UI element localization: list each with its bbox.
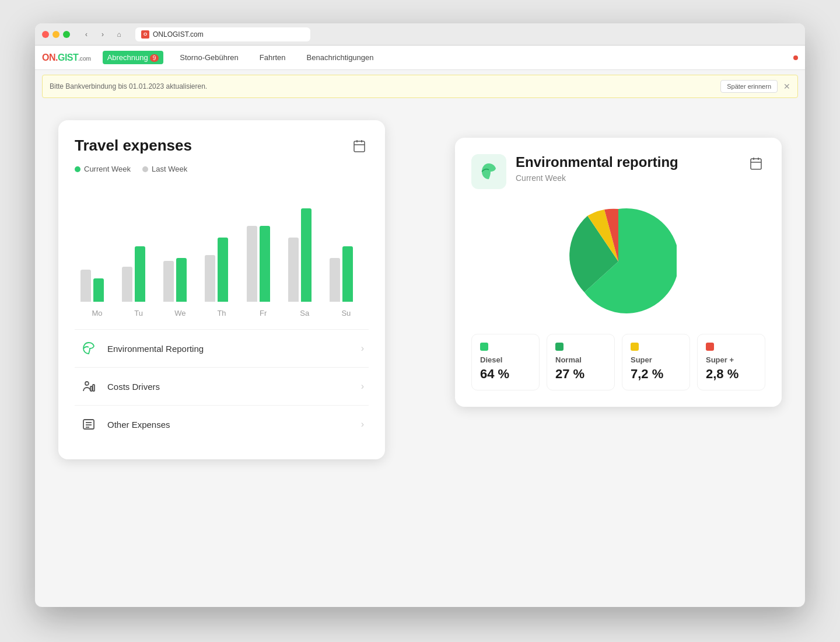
diesel-dot [480,343,488,351]
nav-tab-benachrichtigungen[interactable]: Benachrichtigungen [302,51,379,64]
expenses-icon [79,415,98,434]
menu-item-other-expenses[interactable]: Other Expenses › [75,406,369,443]
env-reporting-card: Environmental reporting Current Week [455,138,782,407]
env-card-subtitle: Current Week [516,173,737,183]
traffic-lights [42,31,70,38]
last-week-label: Last Week [152,165,187,173]
label-mo: Mo [80,309,114,317]
travel-card-title: Travel expenses [75,137,192,155]
close-notification-icon[interactable]: ✕ [783,82,790,91]
chart-labels: Mo Tu We Th Fr Sa Su [75,309,369,317]
svg-rect-5 [90,386,92,391]
fuel-stats: Diesel 64 % Normal 27 % Super 7,2 % Supe… [471,334,765,390]
bar-su-current [342,246,353,302]
logo-com: .com [78,55,90,62]
bar-sa-current [301,208,312,302]
nav-tab-fahrten[interactable]: Fahrten [255,51,290,64]
fuel-stat-normal: Normal 27 % [547,334,615,390]
nav-tab-storno[interactable]: Storno-Gebühren [175,51,243,64]
home-button[interactable]: ⌂ [112,27,126,41]
bar-th-current [218,238,228,302]
legend-current-week: Current Week [75,165,131,173]
label-sa: Sa [288,309,321,317]
menu-item-costs-drivers[interactable]: Costs Drivers › [75,368,369,406]
back-button[interactable]: ‹ [79,27,93,41]
pie-chart [560,203,677,320]
leaf-icon [79,339,98,358]
super-label: Super [631,355,681,364]
main-content: Travel expenses Current Week [35,103,805,607]
last-week-dot [142,166,148,172]
pie-chart-container [471,203,765,320]
bar-mo-last [80,270,91,302]
menu-label-environmental: Environmental Reporting [107,344,352,354]
env-card-header: Environmental reporting Current Week [471,154,765,189]
favicon-text: O [144,32,147,37]
chart-legend: Current Week Last Week [75,165,369,173]
label-tu: Tu [122,309,155,317]
app-logo: ON.GIST.com [42,53,91,63]
menu-list: Environmental Reporting › Costs Drivers [75,329,369,443]
label-th: Th [205,309,238,317]
bar-group-su [330,246,363,302]
bar-we-last [163,261,174,302]
super-plus-dot [706,343,714,351]
menu-label-other-expenses: Other Expenses [107,420,352,430]
bar-tu-last [122,267,132,302]
minimize-button[interactable] [52,31,60,38]
logo-on: ON [42,53,55,62]
forward-button[interactable]: › [96,27,110,41]
bar-group-sa [288,208,321,302]
chevron-right-icon-2: › [361,381,364,392]
nav-tab-abrechnung[interactable]: Abrechnung9 [103,51,164,64]
browser-window: ‹ › ⌂ O ONLOGIST.com ON.GIST.com Abrechn… [35,23,805,607]
fuel-stat-super-plus: Super + 2,8 % [697,334,765,390]
bar-th-last [205,255,215,302]
notification-dot [793,55,798,60]
bar-fr-current [260,226,270,302]
bar-group-tu [122,246,155,302]
label-fr: Fr [247,309,280,317]
current-week-label: Current Week [84,165,131,173]
chevron-right-icon: › [361,343,364,354]
normal-label: Normal [555,355,606,364]
fuel-stat-diesel: Diesel 64 % [471,334,540,390]
favicon: O [141,30,149,39]
svg-point-4 [85,382,89,385]
person-chart-icon [79,377,98,396]
travel-calendar-icon[interactable] [350,137,369,155]
app-navbar: ON.GIST.com Abrechnung9 Storno-Gebühren … [35,46,805,70]
chevron-right-icon-3: › [361,419,364,430]
browser-titlebar: ‹ › ⌂ O ONLOGIST.com [35,23,805,46]
svg-rect-6 [93,385,94,391]
maximize-button[interactable] [63,31,70,38]
remind-button[interactable]: Später erinnern [720,80,778,93]
bar-mo-current [93,278,104,302]
travel-card-header: Travel expenses [75,137,369,155]
bar-group-mo [80,270,114,302]
env-logo [471,154,506,189]
menu-item-environmental[interactable]: Environmental Reporting › [75,330,369,368]
close-button[interactable] [42,31,49,38]
env-card-title: Environmental reporting [516,154,737,171]
notification-banner: Bitte Bankverbindung bis 01.01.2023 aktu… [42,75,798,98]
fuel-stat-super: Super 7,2 % [622,334,690,390]
super-dot [631,343,639,351]
env-title-block: Environmental reporting Current Week [516,154,737,183]
bar-we-current [176,258,187,302]
normal-value: 27 % [555,367,606,382]
url-bar[interactable]: O ONLOGIST.com [135,27,310,41]
url-text: ONLOGIST.com [153,30,204,39]
notification-text: Bitte Bankverbindung bis 01.01.2023 aktu… [50,82,207,90]
env-calendar-icon[interactable] [747,154,765,173]
label-we: We [163,309,197,317]
super-plus-value: 2,8 % [706,367,757,382]
logo-gist: GIST [58,53,78,62]
normal-dot [555,343,564,351]
bar-group-fr [247,226,280,302]
bar-fr-last [247,226,257,302]
menu-label-costs-drivers: Costs Drivers [107,382,352,392]
super-plus-label: Super + [706,355,757,364]
travel-expenses-card: Travel expenses Current Week [58,120,385,459]
svg-rect-11 [751,159,761,169]
